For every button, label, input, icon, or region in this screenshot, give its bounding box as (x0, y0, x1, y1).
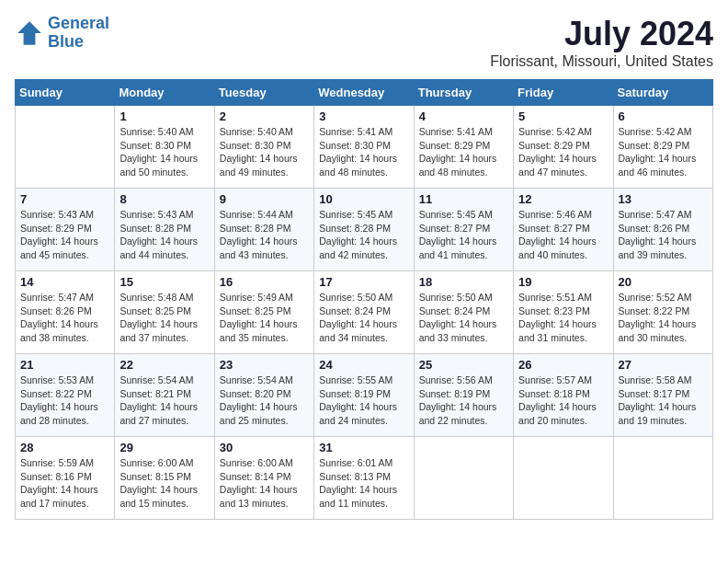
day-number: 11 (419, 192, 508, 206)
table-row: 24Sunrise: 5:55 AM Sunset: 8:19 PM Dayli… (314, 354, 414, 437)
day-info: Sunrise: 5:40 AM Sunset: 8:30 PM Dayligh… (119, 125, 209, 179)
title-section: July 2024 Florissant, Missouri, United S… (490, 15, 713, 70)
svg-marker-0 (17, 21, 41, 45)
day-info: Sunrise: 5:50 AM Sunset: 8:24 PM Dayligh… (319, 291, 408, 345)
table-row: 16Sunrise: 5:49 AM Sunset: 8:25 PM Dayli… (214, 271, 313, 354)
table-row: 2Sunrise: 5:40 AM Sunset: 8:30 PM Daylig… (214, 106, 313, 189)
day-number: 16 (220, 275, 309, 289)
table-row: 25Sunrise: 5:56 AM Sunset: 8:19 PM Dayli… (414, 354, 513, 437)
header-saturday: Saturday (613, 80, 712, 106)
day-number: 12 (518, 192, 608, 206)
calendar-week-1: 1Sunrise: 5:40 AM Sunset: 8:30 PM Daylig… (16, 106, 713, 189)
logo: General Blue (15, 15, 109, 52)
day-info: Sunrise: 5:41 AM Sunset: 8:30 PM Dayligh… (319, 125, 408, 179)
day-number: 25 (419, 358, 508, 372)
day-number: 19 (518, 275, 608, 289)
day-number: 22 (119, 358, 209, 372)
table-row (16, 106, 115, 189)
logo-icon (15, 18, 44, 48)
table-row: 26Sunrise: 5:57 AM Sunset: 8:18 PM Dayli… (514, 354, 613, 437)
day-number: 14 (20, 275, 109, 289)
header-sunday: Sunday (16, 80, 115, 106)
day-number: 7 (20, 192, 109, 206)
calendar-week-5: 28Sunrise: 5:59 AM Sunset: 8:16 PM Dayli… (16, 437, 713, 520)
day-number: 13 (619, 192, 708, 206)
day-info: Sunrise: 5:53 AM Sunset: 8:22 PM Dayligh… (20, 373, 109, 428)
header-tuesday: Tuesday (214, 80, 313, 106)
day-info: Sunrise: 5:41 AM Sunset: 8:29 PM Dayligh… (419, 125, 508, 179)
table-row: 14Sunrise: 5:47 AM Sunset: 8:26 PM Dayli… (16, 271, 115, 354)
location-subtitle: Florissant, Missouri, United States (490, 53, 713, 70)
day-info: Sunrise: 5:45 AM Sunset: 8:27 PM Dayligh… (419, 208, 508, 262)
day-number: 2 (220, 109, 309, 123)
logo-blue: Blue (48, 32, 84, 51)
day-info: Sunrise: 5:47 AM Sunset: 8:26 PM Dayligh… (20, 291, 109, 345)
table-row: 22Sunrise: 5:54 AM Sunset: 8:21 PM Dayli… (115, 354, 214, 437)
table-row: 19Sunrise: 5:51 AM Sunset: 8:23 PM Dayli… (514, 271, 613, 354)
table-row: 23Sunrise: 5:54 AM Sunset: 8:20 PM Dayli… (214, 354, 313, 437)
table-row: 8Sunrise: 5:43 AM Sunset: 8:28 PM Daylig… (115, 189, 214, 271)
header-monday: Monday (115, 80, 214, 106)
day-number: 26 (518, 358, 608, 372)
day-number: 8 (119, 192, 209, 206)
day-number: 1 (119, 109, 209, 123)
day-number: 23 (220, 358, 309, 372)
calendar-header-row: Sunday Monday Tuesday Wednesday Thursday… (16, 80, 713, 106)
table-row: 7Sunrise: 5:43 AM Sunset: 8:29 PM Daylig… (16, 189, 115, 271)
logo-general: General (48, 14, 109, 32)
day-number: 29 (119, 441, 209, 454)
month-year-title: July 2024 (490, 15, 713, 53)
table-row: 20Sunrise: 5:52 AM Sunset: 8:22 PM Dayli… (613, 271, 712, 354)
day-info: Sunrise: 5:46 AM Sunset: 8:27 PM Dayligh… (518, 208, 608, 262)
table-row: 9Sunrise: 5:44 AM Sunset: 8:28 PM Daylig… (214, 189, 313, 271)
day-info: Sunrise: 5:45 AM Sunset: 8:28 PM Dayligh… (319, 208, 408, 262)
day-info: Sunrise: 5:54 AM Sunset: 8:21 PM Dayligh… (119, 373, 209, 428)
day-info: Sunrise: 5:42 AM Sunset: 8:29 PM Dayligh… (619, 125, 708, 179)
table-row: 11Sunrise: 5:45 AM Sunset: 8:27 PM Dayli… (414, 189, 513, 271)
day-number: 31 (319, 441, 408, 454)
day-info: Sunrise: 6:01 AM Sunset: 8:13 PM Dayligh… (319, 456, 408, 511)
table-row: 3Sunrise: 5:41 AM Sunset: 8:30 PM Daylig… (314, 106, 414, 189)
table-row: 5Sunrise: 5:42 AM Sunset: 8:29 PM Daylig… (514, 106, 613, 189)
day-number: 3 (319, 109, 408, 123)
day-info: Sunrise: 5:42 AM Sunset: 8:29 PM Dayligh… (518, 125, 608, 179)
day-number: 27 (619, 358, 708, 372)
table-row (514, 437, 613, 520)
table-row (613, 437, 712, 520)
calendar-week-4: 21Sunrise: 5:53 AM Sunset: 8:22 PM Dayli… (16, 354, 713, 437)
day-info: Sunrise: 5:51 AM Sunset: 8:23 PM Dayligh… (518, 291, 608, 345)
day-number: 24 (319, 358, 408, 372)
day-number: 21 (20, 358, 109, 372)
day-info: Sunrise: 5:50 AM Sunset: 8:24 PM Dayligh… (419, 291, 508, 345)
day-info: Sunrise: 5:40 AM Sunset: 8:30 PM Dayligh… (220, 125, 309, 179)
day-number: 10 (319, 192, 408, 206)
table-row (414, 437, 513, 520)
day-number: 20 (619, 275, 708, 289)
day-info: Sunrise: 5:48 AM Sunset: 8:25 PM Dayligh… (119, 291, 209, 345)
table-row: 1Sunrise: 5:40 AM Sunset: 8:30 PM Daylig… (115, 106, 214, 189)
logo-text: General Blue (48, 15, 109, 52)
header-wednesday: Wednesday (314, 80, 414, 106)
day-info: Sunrise: 5:44 AM Sunset: 8:28 PM Dayligh… (220, 208, 309, 262)
day-number: 30 (220, 441, 309, 454)
table-row: 31Sunrise: 6:01 AM Sunset: 8:13 PM Dayli… (314, 437, 414, 520)
day-number: 15 (119, 275, 209, 289)
day-number: 4 (419, 109, 508, 123)
day-info: Sunrise: 6:00 AM Sunset: 8:14 PM Dayligh… (220, 456, 309, 511)
day-info: Sunrise: 5:47 AM Sunset: 8:26 PM Dayligh… (619, 208, 708, 262)
day-info: Sunrise: 5:54 AM Sunset: 8:20 PM Dayligh… (220, 373, 309, 428)
header-thursday: Thursday (414, 80, 513, 106)
table-row: 17Sunrise: 5:50 AM Sunset: 8:24 PM Dayli… (314, 271, 414, 354)
day-info: Sunrise: 6:00 AM Sunset: 8:15 PM Dayligh… (119, 456, 209, 511)
header-friday: Friday (514, 80, 613, 106)
table-row: 21Sunrise: 5:53 AM Sunset: 8:22 PM Dayli… (16, 354, 115, 437)
day-info: Sunrise: 5:56 AM Sunset: 8:19 PM Dayligh… (419, 373, 508, 428)
table-row: 13Sunrise: 5:47 AM Sunset: 8:26 PM Dayli… (613, 189, 712, 271)
table-row: 6Sunrise: 5:42 AM Sunset: 8:29 PM Daylig… (613, 106, 712, 189)
day-info: Sunrise: 5:49 AM Sunset: 8:25 PM Dayligh… (220, 291, 309, 345)
table-row: 12Sunrise: 5:46 AM Sunset: 8:27 PM Dayli… (514, 189, 613, 271)
calendar-table: Sunday Monday Tuesday Wednesday Thursday… (15, 79, 713, 520)
table-row: 29Sunrise: 6:00 AM Sunset: 8:15 PM Dayli… (115, 437, 214, 520)
header: General Blue July 2024 Florissant, Misso… (15, 15, 713, 70)
day-info: Sunrise: 5:52 AM Sunset: 8:22 PM Dayligh… (619, 291, 708, 345)
